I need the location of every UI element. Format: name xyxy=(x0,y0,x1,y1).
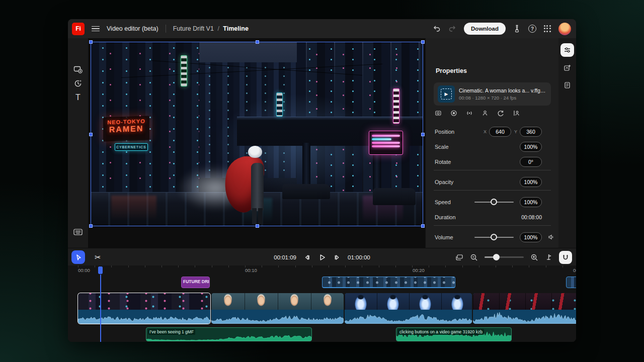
fit-timeline-icon[interactable] xyxy=(455,254,463,261)
play-icon[interactable] xyxy=(318,253,326,261)
timeline-zoom-controls xyxy=(455,248,572,266)
sfx-clip-2[interactable]: clicking buttons on a video game 31920 k… xyxy=(396,327,512,341)
rotate-field[interactable]: 0° xyxy=(520,157,542,167)
flag-person-icon[interactable] xyxy=(513,110,520,117)
scene-hero-legs xyxy=(252,208,263,224)
speed-slider-thumb[interactable] xyxy=(491,199,497,205)
zoom-out-icon[interactable] xyxy=(470,253,478,261)
apps-grid-icon[interactable] xyxy=(544,25,551,32)
generate-clock-icon[interactable] xyxy=(68,76,88,90)
timeline-zoom-slider[interactable] xyxy=(485,256,524,258)
video-clip-2[interactable] xyxy=(211,293,344,324)
scene-hero-hair xyxy=(248,146,262,158)
download-button[interactable]: Download xyxy=(464,23,506,35)
add-media-icon[interactable] xyxy=(68,62,88,76)
speed-slider[interactable] xyxy=(474,202,514,203)
avatar[interactable] xyxy=(558,23,571,35)
left-toolbar: T xyxy=(68,38,88,248)
volume-field[interactable]: 100% xyxy=(520,232,542,242)
properties-tab-icon[interactable] xyxy=(560,43,574,57)
breadcrumb[interactable]: Future Drift V1 / Timeline xyxy=(173,25,249,32)
add-scene-icon[interactable] xyxy=(560,61,574,74)
sfx-clip-2-label: clicking buttons on a video game 31920 k… xyxy=(398,329,484,335)
video-clip-1[interactable] xyxy=(78,293,210,324)
breadcrumb-project[interactable]: Future Drift V1 xyxy=(173,25,214,32)
track-video xyxy=(68,293,576,324)
selection-handle-n[interactable] xyxy=(256,40,259,44)
record-icon[interactable] xyxy=(450,110,457,117)
firefly-logo[interactable]: Fi xyxy=(72,23,85,35)
timeline: 00:00 00:10 00:20 00:30 FUTURE DRII xyxy=(68,265,576,342)
timeline-toolbar: ✂ 00:01:09 01:00:00 xyxy=(68,248,576,265)
video-clip-4[interactable] xyxy=(473,293,576,324)
sfx-clip-1-label: I've been seeing 1 gMF xyxy=(148,329,195,335)
selection-handle-ne[interactable] xyxy=(421,40,425,44)
divider xyxy=(434,225,551,226)
sfx-clip-1[interactable]: I've been seeing 1 gMF xyxy=(146,327,312,341)
volume-row: Volume 100% xyxy=(426,230,559,244)
selection-handle-se[interactable] xyxy=(421,224,425,228)
scene-neon-vertical-sign-green xyxy=(181,55,187,86)
position-y-field[interactable]: 360 xyxy=(520,127,542,137)
selection-handle-sw[interactable] xyxy=(89,224,93,228)
zoom-in-icon[interactable] xyxy=(530,253,538,261)
text-clip[interactable]: FUTURE DRII xyxy=(181,277,210,288)
clip-action-row xyxy=(435,110,520,117)
speed-field[interactable]: 100% xyxy=(520,197,542,207)
rotate-label: Rotate xyxy=(435,159,520,165)
undo-icon[interactable] xyxy=(433,25,441,33)
scene-neon-vertical-sign-pink xyxy=(393,88,399,124)
app-title: Video editor (beta) xyxy=(107,25,158,32)
divider xyxy=(434,190,551,191)
preview-stage: NEO-TOKYO RAMEN CYBERNETICS xyxy=(88,38,425,248)
rotate-icon[interactable] xyxy=(497,110,504,117)
next-frame-icon[interactable] xyxy=(333,254,341,261)
split-tool-icon[interactable]: ✂ xyxy=(91,250,105,264)
playhead-snap-icon[interactable] xyxy=(545,253,552,261)
scene-neon-vertical-sign-cyan xyxy=(276,93,283,117)
text-tool-icon[interactable]: T xyxy=(68,90,88,105)
ruler-label-20: 00:20 xyxy=(413,267,425,273)
ruler-label-30: 00:30 xyxy=(573,267,576,273)
opacity-field[interactable]: 100% xyxy=(520,177,542,187)
opacity-row: Opacity 100% xyxy=(426,175,559,189)
top-bar: Fi Video editor (beta) Future Drift V1 /… xyxy=(68,19,576,38)
keyboard-shortcuts-icon[interactable] xyxy=(68,225,88,239)
beaker-icon[interactable] xyxy=(513,25,521,33)
selection-handle-nw[interactable] xyxy=(89,40,93,44)
app-window: Fi Video editor (beta) Future Drift V1 /… xyxy=(68,19,576,342)
selection-handle-s[interactable] xyxy=(256,224,259,228)
filmstrip-clip-fragment[interactable] xyxy=(566,277,576,288)
zoom-slider-thumb[interactable] xyxy=(493,254,500,260)
speaker-icon[interactable] xyxy=(548,234,554,240)
timeline-ruler[interactable]: 00:00 00:10 00:20 00:30 xyxy=(68,265,576,276)
position-label: Position xyxy=(435,129,484,135)
playhead-handle[interactable] xyxy=(98,266,103,274)
properties-title: Properties xyxy=(436,67,467,74)
help-icon[interactable]: ? xyxy=(528,25,536,33)
filmstrip-clip[interactable] xyxy=(322,277,455,288)
selection-handle-w[interactable] xyxy=(89,133,93,136)
properties-panel: Properties ▶ Cinematic. A woman looks a.… xyxy=(425,38,558,248)
snap-magnet-button[interactable] xyxy=(559,251,572,264)
person-icon[interactable] xyxy=(481,110,489,117)
prev-frame-icon[interactable] xyxy=(303,254,311,261)
volume-slider[interactable] xyxy=(474,237,514,238)
audio-channels-icon[interactable] xyxy=(466,110,473,117)
playhead-line[interactable] xyxy=(100,275,101,342)
select-tool-button[interactable] xyxy=(71,250,85,264)
crop-icon[interactable] xyxy=(435,110,442,117)
video-frame-content: NEO-TOKYO RAMEN CYBERNETICS xyxy=(91,42,423,226)
hamburger-menu-icon[interactable] xyxy=(92,25,100,33)
script-panel-icon[interactable] xyxy=(560,78,574,92)
video-clip-3[interactable] xyxy=(345,293,472,324)
selection-handle-e[interactable] xyxy=(421,133,425,136)
video-canvas[interactable]: NEO-TOKYO RAMEN CYBERNETICS xyxy=(91,42,423,226)
scale-field[interactable]: 100% xyxy=(520,142,542,152)
redo-icon[interactable] xyxy=(448,25,456,33)
position-x-field[interactable]: 640 xyxy=(489,127,511,137)
topbar-divider xyxy=(166,25,166,33)
clip-title: Cinematic. A woman looks a... v.ffgenvid xyxy=(459,87,547,94)
clip-card[interactable]: ▶ Cinematic. A woman looks a... v.ffgenv… xyxy=(434,82,551,106)
volume-slider-thumb[interactable] xyxy=(491,234,497,240)
